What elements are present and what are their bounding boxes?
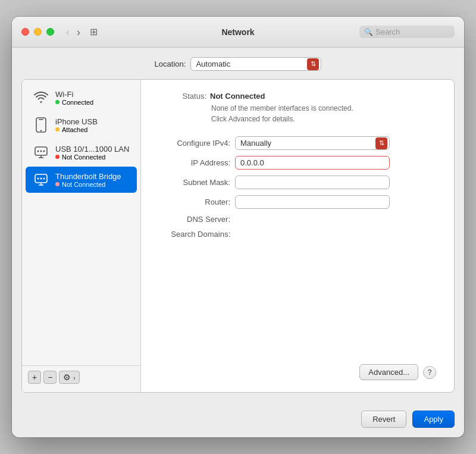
sidebar-item-thunderbolt[interactable]: Thunderbolt Bridge Not Connected xyxy=(26,167,137,193)
network-window: ‹ › ⊞ Network 🔍 Location: Automatic xyxy=(12,17,464,437)
form-section: Configure IPv4: Manually IP Address: xyxy=(159,136,436,239)
dns-server-label: DNS Server: xyxy=(159,215,230,224)
remove-network-button[interactable]: − xyxy=(43,371,57,384)
wifi-info: Wi-Fi Connected xyxy=(55,90,93,106)
phone-icon xyxy=(33,117,49,133)
svg-point-2 xyxy=(40,130,42,131)
usb-lan-status: Not Connected xyxy=(55,154,129,161)
traffic-lights xyxy=(21,28,54,36)
gear-button[interactable]: ⚙ › xyxy=(59,371,79,384)
status-row: Status: Not Connected xyxy=(159,92,436,101)
sidebar-item-iphone-usb[interactable]: iPhone USB Attached xyxy=(26,112,137,138)
nav-buttons: ‹ › xyxy=(64,26,83,39)
thunderbolt-status: Not Connected xyxy=(55,181,121,188)
router-input[interactable] xyxy=(235,195,390,209)
svg-point-4 xyxy=(37,151,39,152)
gear-icon: ⚙ xyxy=(63,372,71,382)
main-panel: Wi-Fi Connected xyxy=(21,79,455,393)
ethernet-icon-usb xyxy=(33,144,49,161)
content-area: Location: Automatic xyxy=(12,48,464,402)
thunderbolt-status-dot xyxy=(55,182,60,186)
panel-bottom: Advanced... ? xyxy=(159,355,436,380)
subnet-mask-input[interactable] xyxy=(235,176,390,189)
wifi-status-dot xyxy=(55,100,60,104)
router-row: Router: xyxy=(159,195,436,209)
configure-ipv4-row: Configure IPv4: Manually xyxy=(159,136,436,150)
router-label: Router: xyxy=(159,198,230,206)
location-label: Location: xyxy=(155,60,186,68)
wifi-icon xyxy=(33,89,49,106)
subnet-mask-label: Subnet Mask: xyxy=(159,178,230,187)
location-select[interactable]: Automatic xyxy=(190,57,321,71)
status-description: None of the member interfaces is connect… xyxy=(211,103,436,124)
ip-address-row: IP Address: xyxy=(159,156,436,170)
svg-point-5 xyxy=(40,151,42,152)
thunderbolt-info: Thunderbolt Bridge Not Connected xyxy=(55,172,121,188)
revert-button[interactable]: Revert xyxy=(361,411,406,428)
window-title: Network xyxy=(221,27,254,37)
iphone-usb-status-dot xyxy=(55,127,60,131)
subnet-mask-row: Subnet Mask: xyxy=(159,176,436,189)
configure-ipv4-select[interactable]: Manually xyxy=(235,136,390,150)
titlebar: ‹ › ⊞ Network 🔍 xyxy=(12,17,464,48)
titlebar-search[interactable]: 🔍 xyxy=(359,26,455,38)
status-section: Status: Not Connected None of the member… xyxy=(159,92,436,124)
search-domains-row: Search Domains: xyxy=(159,230,436,239)
wifi-name: Wi-Fi xyxy=(55,90,93,99)
status-label: Status: xyxy=(159,92,206,101)
iphone-usb-info: iPhone USB Attached xyxy=(55,117,98,133)
apply-button[interactable]: Apply xyxy=(412,411,455,428)
add-network-button[interactable]: + xyxy=(28,371,41,384)
sidebar-item-usb-lan[interactable]: USB 10/1...1000 LAN Not Connected xyxy=(26,139,137,165)
search-input[interactable] xyxy=(375,27,450,36)
usb-lan-status-dot xyxy=(55,155,60,159)
search-icon: 🔍 xyxy=(364,28,373,36)
dns-server-row: DNS Server: xyxy=(159,215,436,224)
help-button[interactable]: ? xyxy=(423,366,436,379)
network-sidebar: Wi-Fi Connected xyxy=(22,80,141,392)
usb-lan-info: USB 10/1...1000 LAN Not Connected xyxy=(55,145,129,161)
iphone-usb-name: iPhone USB xyxy=(55,117,98,126)
configure-ipv4-label: Configure IPv4: xyxy=(159,139,230,148)
usb-lan-name: USB 10/1...1000 LAN xyxy=(55,145,129,154)
svg-rect-1 xyxy=(39,119,43,120)
thunderbolt-name: Thunderbolt Bridge xyxy=(55,172,121,181)
maximize-button[interactable] xyxy=(46,28,54,36)
minimize-button[interactable] xyxy=(34,28,42,36)
location-select-wrapper: Automatic xyxy=(190,57,321,71)
ip-address-input[interactable] xyxy=(235,156,390,170)
right-panel: Status: Not Connected None of the member… xyxy=(141,80,454,392)
svg-point-12 xyxy=(43,178,45,180)
ip-address-label: IP Address: xyxy=(159,158,230,167)
wifi-status: Connected xyxy=(55,99,93,106)
gear-chevron-icon: › xyxy=(73,375,75,381)
grid-icon[interactable]: ⊞ xyxy=(90,26,98,37)
thunderbolt-icon xyxy=(33,171,49,188)
advanced-button[interactable]: Advanced... xyxy=(359,364,418,380)
location-row: Location: Automatic xyxy=(21,57,455,71)
search-domains-label: Search Domains: xyxy=(159,230,230,239)
iphone-usb-status: Attached xyxy=(55,126,98,133)
forward-button[interactable]: › xyxy=(74,26,83,39)
back-button[interactable]: ‹ xyxy=(64,26,72,39)
close-button[interactable] xyxy=(21,28,29,36)
svg-point-10 xyxy=(37,178,39,180)
svg-point-11 xyxy=(40,178,42,180)
sidebar-item-wifi[interactable]: Wi-Fi Connected xyxy=(26,84,137,111)
configure-ipv4-wrapper: Manually xyxy=(235,136,390,150)
status-value: Not Connected xyxy=(210,92,265,101)
svg-point-6 xyxy=(43,151,45,152)
sidebar-actions: + − ⚙ › xyxy=(22,365,140,389)
window-bottom: Revert Apply xyxy=(12,402,464,437)
